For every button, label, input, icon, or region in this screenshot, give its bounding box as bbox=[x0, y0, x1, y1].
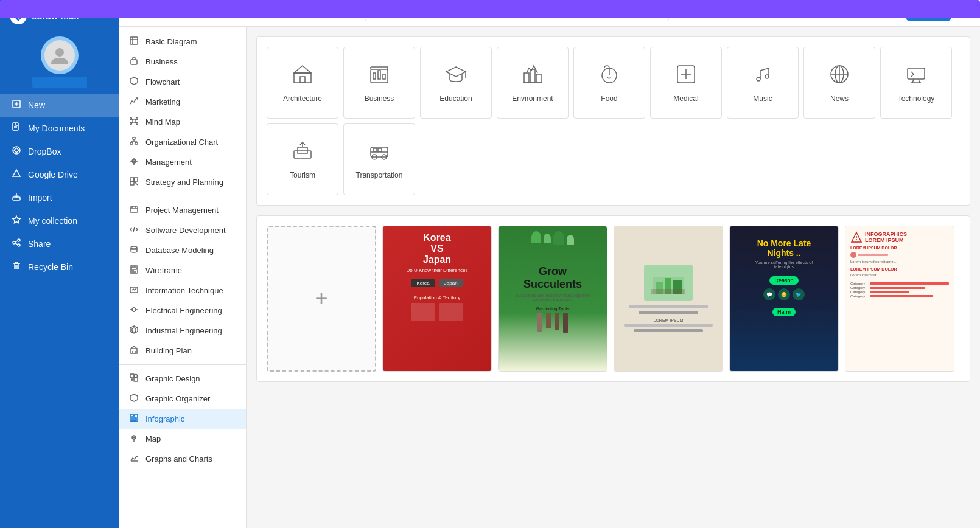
environment-label: Environment bbox=[512, 94, 553, 103]
svg-rect-49 bbox=[130, 178, 134, 181]
menu-item-basic-diagram[interactable]: Basic Diagram bbox=[119, 32, 246, 52]
svg-rect-72 bbox=[131, 349, 137, 353]
svg-marker-26 bbox=[130, 77, 138, 85]
my-collection-icon bbox=[11, 215, 22, 227]
svg-marker-89 bbox=[294, 66, 311, 73]
category-card-music[interactable]: Music bbox=[727, 47, 799, 119]
svg-rect-76 bbox=[134, 378, 138, 381]
menu-item-electrical-eng[interactable]: Electrical Engineering bbox=[119, 300, 246, 321]
menu-item-industrial-eng[interactable]: Industrial Engineering bbox=[119, 321, 246, 341]
japan-label: Japan bbox=[439, 279, 463, 287]
template-korea-japan[interactable]: KoreaVSJapan Do U Know their Differences… bbox=[382, 226, 492, 372]
menu-item-infographic[interactable]: Infographic bbox=[119, 409, 246, 429]
basic-diagram-icon bbox=[128, 36, 139, 47]
svg-line-116 bbox=[912, 79, 914, 83]
category-card-education[interactable]: Education bbox=[420, 47, 492, 119]
menu-label-industrial-eng: Industrial Engineering bbox=[145, 326, 222, 335]
food-label: Food bbox=[601, 94, 617, 103]
template-add-new[interactable]: + bbox=[267, 226, 376, 372]
sidebar-nav-import[interactable]: Import bbox=[0, 186, 119, 209]
category-card-news[interactable]: News bbox=[803, 47, 875, 119]
menu-item-graphic-organizer[interactable]: Graphic Organizer bbox=[119, 389, 246, 409]
menu-item-project-management[interactable]: Project Management bbox=[119, 200, 246, 220]
category-card-food[interactable]: Food bbox=[573, 47, 645, 119]
menu-item-graphs-charts[interactable]: Graphs and Charts bbox=[119, 449, 246, 469]
svg-rect-101 bbox=[530, 69, 535, 83]
news-label: News bbox=[830, 94, 849, 103]
menu-item-info-technique[interactable]: Information Technique bbox=[119, 280, 246, 300]
sidebar-nav-my-documents[interactable]: My Documents bbox=[0, 117, 119, 140]
left-menu: Basic Diagram Business Flowchart Marketi… bbox=[119, 27, 247, 528]
username-bar bbox=[32, 77, 87, 88]
technology-cat-icon bbox=[905, 63, 927, 89]
sidebar-nav-share[interactable]: Share bbox=[0, 232, 119, 255]
city-bar-1 bbox=[629, 305, 708, 308]
category-card-environment[interactable]: Environment bbox=[497, 47, 569, 119]
template-grow-succulents[interactable]: GrowSucculents Succulents are loved by m… bbox=[498, 226, 607, 372]
template-late-nights[interactable]: No More LateNights .. You are suffering … bbox=[729, 226, 839, 372]
svg-rect-129 bbox=[378, 148, 382, 151]
org-chart-icon bbox=[128, 137, 139, 147]
flowchart-icon bbox=[128, 77, 139, 87]
svg-point-14 bbox=[13, 241, 15, 244]
menu-label-map: Map bbox=[145, 434, 161, 443]
template-lorem-ipsum[interactable]: INFOGRAPHICSLOREM IPSUM LOREM IPSUM DOLO… bbox=[845, 226, 954, 372]
menu-item-graphic-design[interactable]: Graphic Design bbox=[119, 369, 246, 389]
menu-item-marketing[interactable]: Marketing bbox=[119, 92, 246, 112]
menu-label-flowchart: Flowchart bbox=[145, 77, 180, 86]
menu-item-mind-map[interactable]: Mind Map bbox=[119, 112, 246, 132]
svg-rect-128 bbox=[373, 148, 377, 151]
category-card-medical[interactable]: Medical bbox=[650, 47, 722, 119]
sidebar-nav-dropbox[interactable]: DropBox bbox=[0, 140, 119, 163]
graphic-design-icon bbox=[128, 373, 139, 384]
menu-item-business[interactable]: Business bbox=[119, 52, 246, 72]
menu-item-map[interactable]: Map bbox=[119, 429, 246, 449]
svg-rect-51 bbox=[130, 181, 134, 185]
svg-rect-102 bbox=[536, 74, 541, 83]
category-grid: Architecture Business Educat bbox=[267, 47, 960, 195]
category-card-tourism[interactable]: Tourism bbox=[267, 123, 338, 195]
menu-item-software-dev[interactable]: Software Development bbox=[119, 220, 246, 240]
menu-label-building-plan: Building Plan bbox=[145, 346, 192, 355]
svg-point-29 bbox=[136, 118, 138, 120]
category-card-business[interactable]: Business bbox=[343, 47, 415, 119]
svg-rect-134 bbox=[651, 289, 685, 294]
menu-item-strategy-planning[interactable]: Strategy and Planning bbox=[119, 172, 246, 192]
menu-label-project-management: Project Management bbox=[145, 206, 219, 215]
transportation-label: Transportation bbox=[356, 171, 403, 179]
menu-item-org-chart[interactable]: Organizational Chart bbox=[119, 132, 246, 152]
education-label: Education bbox=[439, 94, 472, 103]
svg-rect-22 bbox=[130, 37, 138, 44]
music-cat-icon bbox=[752, 63, 774, 89]
sidebar-item-label-my-documents: My Documents bbox=[28, 123, 85, 133]
tourism-cat-icon bbox=[292, 140, 313, 166]
category-card-technology[interactable]: Technology bbox=[880, 47, 952, 119]
menu-label-software-dev: Software Development bbox=[145, 226, 226, 235]
sidebar-nav-recycle-bin[interactable]: Recycle Bin bbox=[0, 255, 119, 279]
category-card-transportation[interactable]: Transportation bbox=[343, 123, 415, 195]
svg-line-120 bbox=[911, 74, 914, 77]
infographic-icon bbox=[128, 414, 139, 424]
korea-japan-subtitle: Do U Know their Differences bbox=[407, 268, 468, 273]
gardening-tools-label: Gardening Tools bbox=[536, 307, 569, 311]
sidebar-nav-new[interactable]: New bbox=[0, 94, 119, 117]
menu-item-database-modeling[interactable]: Database Modeling bbox=[119, 240, 246, 260]
template-city-infographic[interactable]: LOREM IPSUM bbox=[614, 226, 723, 372]
menu-item-building-plan[interactable]: Building Plan bbox=[119, 341, 246, 361]
svg-marker-98 bbox=[446, 67, 466, 77]
svg-point-44 bbox=[133, 161, 135, 162]
management-icon bbox=[128, 157, 139, 167]
sidebar-nav-google-drive[interactable]: Google Drive bbox=[0, 163, 119, 186]
sidebar-item-label-share: Share bbox=[28, 239, 51, 249]
svg-rect-84 bbox=[135, 418, 136, 421]
sidebar-nav-my-collection[interactable]: My collection bbox=[0, 209, 119, 232]
category-card-architecture[interactable]: Architecture bbox=[267, 47, 338, 119]
menu-item-flowchart[interactable]: Flowchart bbox=[119, 72, 246, 92]
svg-rect-53 bbox=[130, 207, 138, 212]
menu-item-management[interactable]: Management bbox=[119, 152, 246, 172]
menu-label-management: Management bbox=[145, 158, 192, 167]
sidebar-item-label-import: Import bbox=[28, 193, 52, 203]
menu-item-wireframe[interactable]: Wireframe bbox=[119, 260, 246, 280]
medical-cat-icon bbox=[675, 63, 697, 89]
menu-label-business: Business bbox=[145, 57, 178, 66]
